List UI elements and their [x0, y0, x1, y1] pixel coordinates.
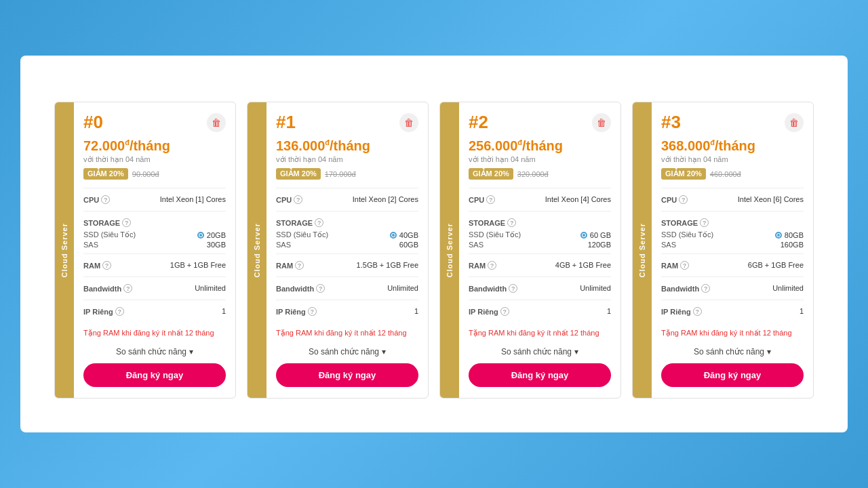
- cpu-label-2: CPU ?: [469, 195, 495, 204]
- ip-row-3: IP Riêng ? 1: [661, 304, 804, 319]
- bandwidth-label-2: Bandwidth ?: [469, 284, 517, 293]
- storage-info-icon-1[interactable]: ?: [315, 218, 323, 227]
- compare-button-1[interactable]: So sánh chức năng ▾: [276, 343, 418, 361]
- cpu-info-icon-1[interactable]: ?: [294, 195, 302, 204]
- ssd-radio-1[interactable]: [390, 232, 397, 239]
- chevron-down-icon-0: ▾: [189, 347, 193, 357]
- promo-text-2: Tặng RAM khi đăng ký ít nhất 12 tháng: [469, 328, 611, 338]
- cpu-label-0: CPU ?: [83, 195, 110, 204]
- main-container: Cloud Server #0 🗑 72.000đ/tháng với thời…: [20, 56, 848, 432]
- ip-value-3: 1: [800, 307, 804, 315]
- sas-row-0: SAS 30GB: [83, 240, 226, 249]
- compare-button-3[interactable]: So sánh chức năng ▾: [661, 343, 804, 361]
- compare-button-2[interactable]: So sánh chức năng ▾: [469, 343, 611, 361]
- plan-content-3: #3 🗑 368.000đ/tháng với thời hạn 04 năm …: [652, 102, 813, 397]
- cpu-label-3: CPU ?: [661, 195, 688, 204]
- bandwidth-row-2: Bandwidth ? Unlimited: [469, 281, 611, 296]
- ip-label-3: IP Riêng ?: [661, 307, 702, 316]
- ram-info-icon-2[interactable]: ?: [488, 261, 496, 270]
- plan-period-1: với thời hạn 04 năm: [276, 155, 418, 164]
- plan-sidebar-1: Cloud Server: [248, 102, 267, 397]
- register-button-0[interactable]: Đăng ký ngay: [83, 363, 226, 387]
- plan-content-0: #0 🗑 72.000đ/tháng với thời hạn 04 năm G…: [74, 102, 235, 397]
- storage-section-1: STORAGE ? SSD (Siêu Tốc) 40GB SAS 60GB: [276, 211, 418, 253]
- promo-text-3: Tặng RAM khi đăng ký ít nhất 12 tháng: [661, 328, 804, 338]
- plan-header-2: #2 🗑: [469, 112, 611, 133]
- storage-info-icon-2[interactable]: ?: [507, 218, 516, 227]
- sas-label-0: SAS: [83, 241, 98, 249]
- plans-grid: Cloud Server #0 🗑 72.000đ/tháng với thời…: [54, 102, 814, 398]
- ram-label-1: RAM ?: [276, 261, 304, 270]
- plan-card-0: Cloud Server #0 🗑 72.000đ/tháng với thời…: [54, 102, 236, 398]
- bandwidth-info-icon-1[interactable]: ?: [316, 284, 325, 293]
- bandwidth-section-0: Bandwidth ? Unlimited: [83, 277, 226, 300]
- bandwidth-value-0: Unlimited: [195, 284, 226, 292]
- bandwidth-value-1: Unlimited: [387, 284, 418, 292]
- cpu-info-icon-2[interactable]: ?: [486, 195, 495, 204]
- ram-section-1: RAM ? 1.5GB + 1GB Free: [276, 253, 418, 277]
- plan-period-0: với thời hạn 04 năm: [83, 155, 226, 164]
- storage-info-icon-3[interactable]: ?: [700, 218, 709, 227]
- bandwidth-info-icon-3[interactable]: ?: [701, 284, 710, 293]
- delete-button-0[interactable]: 🗑: [207, 113, 226, 132]
- bandwidth-section-1: Bandwidth ? Unlimited: [276, 277, 418, 300]
- storage-row-3: STORAGE ?: [661, 216, 804, 230]
- plan-price-1: 136.000đ/tháng: [276, 138, 418, 154]
- bandwidth-label-0: Bandwidth ?: [83, 284, 132, 293]
- ip-info-icon-0[interactable]: ?: [115, 307, 124, 316]
- ip-info-icon-2[interactable]: ?: [500, 307, 509, 316]
- bandwidth-info-icon-0[interactable]: ?: [123, 284, 132, 293]
- ip-info-icon-1[interactable]: ?: [308, 307, 317, 316]
- cpu-label-1: CPU ?: [276, 195, 302, 204]
- delete-button-3[interactable]: 🗑: [785, 113, 804, 132]
- ram-info-icon-3[interactable]: ?: [680, 261, 689, 270]
- register-button-3[interactable]: Đăng ký ngay: [661, 363, 804, 387]
- cpu-info-icon-0[interactable]: ?: [101, 195, 110, 204]
- plan-sidebar-0: Cloud Server: [55, 102, 74, 397]
- ram-label-0: RAM ?: [83, 261, 111, 270]
- delete-button-2[interactable]: 🗑: [592, 113, 611, 132]
- storage-row-1: STORAGE ?: [276, 216, 418, 230]
- cpu-row-2: CPU ? Intel Xeon [4] Cores: [469, 192, 611, 207]
- ssd-radio-3[interactable]: [775, 232, 782, 239]
- bandwidth-section-3: Bandwidth ? Unlimited: [661, 277, 804, 300]
- sidebar-label-0: Cloud Server: [60, 223, 68, 277]
- plan-header-1: #1 🗑: [276, 112, 418, 133]
- delete-button-1[interactable]: 🗑: [399, 113, 418, 132]
- ip-row-1: IP Riêng ? 1: [276, 304, 418, 319]
- ram-row-1: RAM ? 1.5GB + 1GB Free: [276, 258, 418, 272]
- plan-period-2: với thời hạn 04 năm: [469, 155, 611, 164]
- storage-info-icon-0[interactable]: ?: [122, 218, 131, 227]
- cpu-row-3: CPU ? Intel Xeon [6] Cores: [661, 192, 804, 207]
- compare-button-0[interactable]: So sánh chức năng ▾: [83, 343, 226, 361]
- ip-info-icon-3[interactable]: ?: [693, 307, 702, 316]
- old-price-2: 320.000đ: [517, 170, 549, 178]
- chevron-down-icon-2: ▾: [574, 347, 578, 357]
- cpu-section-1: CPU ? Intel Xeon [2] Cores: [276, 188, 418, 211]
- cpu-section-2: CPU ? Intel Xeon [4] Cores: [469, 188, 611, 211]
- ram-info-icon-1[interactable]: ?: [295, 261, 304, 270]
- cpu-value-3: Intel Xeon [6] Cores: [738, 195, 804, 203]
- plan-header-0: #0 🗑: [83, 112, 226, 133]
- ram-section-2: RAM ? 4GB + 1GB Free: [469, 253, 611, 277]
- ssd-radio-0[interactable]: [197, 232, 204, 239]
- bandwidth-info-icon-2[interactable]: ?: [509, 284, 517, 293]
- sas-row-3: SAS 160GB: [661, 240, 804, 249]
- ssd-radio-2[interactable]: [580, 232, 587, 239]
- cpu-row-1: CPU ? Intel Xeon [2] Cores: [276, 192, 418, 207]
- ram-info-icon-0[interactable]: ?: [102, 261, 111, 270]
- ssd-value-1: 40GB: [390, 230, 418, 239]
- ip-label-1: IP Riêng ?: [276, 307, 317, 316]
- cpu-info-icon-3[interactable]: ?: [679, 195, 688, 204]
- plan-card-2: Cloud Server #2 🗑 256.000đ/tháng với thờ…: [439, 102, 621, 398]
- ssd-value-2: 60 GB: [580, 230, 611, 239]
- ip-label-2: IP Riêng ?: [469, 307, 509, 316]
- plan-period-3: với thời hạn 04 năm: [661, 155, 804, 164]
- plan-num-1: #1: [276, 112, 296, 133]
- plan-price-2: 256.000đ/tháng: [469, 138, 611, 154]
- discount-row-1: GIẢM 20% 170.000đ: [276, 168, 418, 180]
- cpu-section-3: CPU ? Intel Xeon [6] Cores: [661, 188, 804, 211]
- plan-num-0: #0: [83, 112, 103, 133]
- register-button-2[interactable]: Đăng ký ngay: [469, 363, 611, 387]
- register-button-1[interactable]: Đăng ký ngay: [276, 363, 418, 387]
